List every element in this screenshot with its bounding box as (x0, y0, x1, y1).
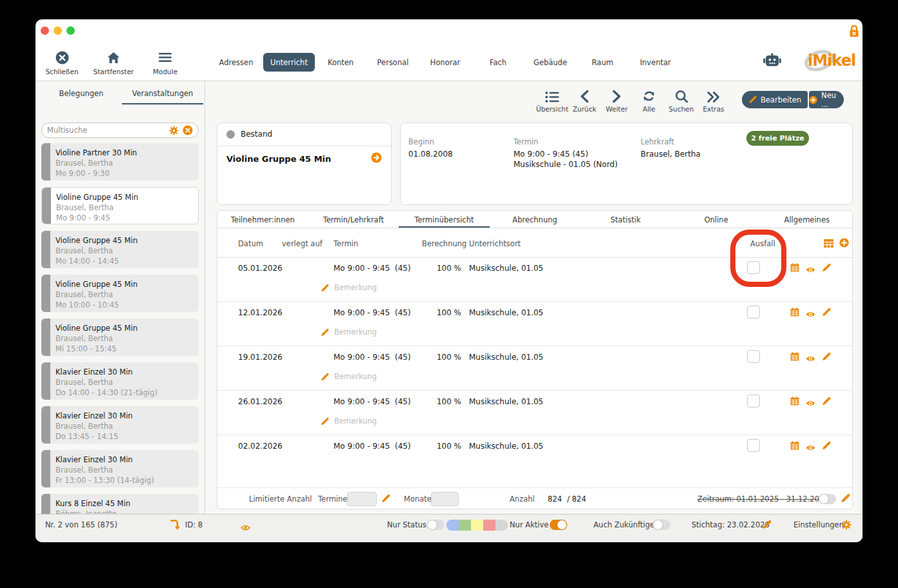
close-traffic-light[interactable] (41, 26, 49, 35)
pencil-icon[interactable] (822, 396, 831, 408)
pencil-icon[interactable] (822, 262, 831, 275)
add-termin-plus-icon[interactable] (839, 238, 849, 250)
zeitraum-toggle[interactable] (819, 494, 836, 504)
list-item[interactable]: Violine Partner 30 Min Brausel, Bertha M… (41, 143, 199, 181)
settings-gear-icon[interactable] (841, 520, 852, 533)
nav-konten[interactable]: Konten (328, 58, 354, 67)
pencil-icon (321, 284, 329, 292)
nav-unterricht[interactable]: Unterricht (263, 53, 315, 72)
panel-divider (217, 146, 391, 146)
status-color-green[interactable] (459, 520, 471, 531)
pencil-icon[interactable] (841, 493, 850, 505)
nav-personal[interactable]: Personal (377, 58, 409, 67)
calendar-icon[interactable] (790, 307, 799, 319)
calendar-icon[interactable] (790, 440, 799, 453)
bemerkung-field[interactable]: Bemerkung (321, 328, 377, 337)
suchen-button[interactable]: Suchen (663, 88, 699, 113)
tab-termin-lehrkraft[interactable]: Termin/Lehrkraft (308, 211, 399, 228)
tab-abrechnung[interactable]: Abrechnung (490, 211, 581, 228)
cell-datum: 26.01.2026 (238, 397, 283, 406)
list-item[interactable]: Klavier Einzel 30 Min Brausel, Bertha Fr… (41, 450, 199, 487)
cell-datum: 02.02.2026 (238, 442, 283, 451)
close-module-button[interactable]: Schließen (36, 49, 88, 75)
neu-button[interactable]: Neu ... (809, 91, 844, 108)
eye-icon[interactable] (806, 397, 815, 409)
eye-icon[interactable] (806, 264, 815, 276)
list-item[interactable]: Violine Gruppe 45 Min Brausel, Bertha Mo… (41, 275, 199, 312)
nav-gebaeude[interactable]: Gebäude (534, 58, 567, 67)
ausfall-checkbox[interactable] (747, 306, 760, 318)
minimize-traffic-light[interactable] (54, 26, 62, 35)
status-color-red[interactable] (483, 520, 495, 531)
ausfall-checkbox[interactable] (747, 439, 760, 452)
auch-zukuenftige-toggle[interactable] (653, 520, 670, 530)
eye-icon[interactable] (806, 353, 815, 365)
nav-raum[interactable]: Raum (592, 58, 613, 67)
bemerkung-field[interactable]: Bemerkung (321, 416, 377, 426)
extras-button[interactable]: Extras (695, 88, 732, 113)
list-item[interactable]: Klavier Einzel 30 Min Brausel, Bertha Do… (41, 362, 199, 400)
pencil-icon[interactable] (822, 351, 831, 364)
lehrkraft-value: Brausel, Bertha (641, 150, 701, 159)
plus-circle-icon (809, 95, 817, 104)
bemerkung-field[interactable]: Bemerkung (321, 283, 377, 292)
uebersicht-button[interactable]: Übersicht (534, 88, 570, 113)
tab-veranstaltungen[interactable]: Veranstaltungen (122, 83, 203, 104)
pencil-icon[interactable] (822, 307, 831, 319)
cell-termin: Mo 9:00 - 9:45 (45) (334, 353, 411, 362)
tab-teilnehmer[interactable]: Teilnehmer:innen (217, 211, 308, 228)
list-item[interactable]: Kurs 8 Einzel 45 Min Böhms, Jeanette (41, 494, 199, 514)
zurueck-button[interactable]: Zurück (566, 88, 603, 113)
nav-adressen[interactable]: Adressen (219, 58, 254, 67)
tab-online[interactable]: Online (671, 211, 762, 228)
monate-input[interactable] (431, 492, 459, 506)
status-color-strip[interactable] (446, 520, 508, 531)
calendar-icon[interactable] (790, 262, 799, 275)
calendar-icon[interactable] (790, 351, 799, 364)
ausfall-checkbox[interactable] (747, 350, 760, 363)
search-settings-gear-icon[interactable] (169, 126, 179, 135)
weiter-button[interactable]: Weiter (599, 88, 635, 113)
startfenster-button[interactable]: Startfenster (88, 49, 139, 75)
list-item-selected[interactable]: Violine Gruppe 45 Min Brausel, Bertha Mo… (41, 187, 199, 224)
calendar-icon[interactable] (790, 396, 799, 408)
tab-statistik[interactable]: Statistik (580, 211, 671, 228)
pencil-icon[interactable] (381, 493, 390, 505)
ausfall-checkbox[interactable] (747, 261, 760, 274)
status-tab (41, 406, 50, 444)
table-grid-icon[interactable] (824, 238, 833, 250)
list-item[interactable]: Klavier Einzel 30 Min Brausel, Bertha Do… (41, 406, 199, 444)
tab-terminuebersicht[interactable]: Terminübersicht (399, 211, 490, 228)
jump-down-arrow-icon[interactable] (170, 519, 180, 533)
tab-belegungen[interactable]: Belegungen (41, 83, 122, 104)
clear-search-icon[interactable] (183, 125, 193, 135)
ausfall-checkbox[interactable] (747, 395, 760, 407)
status-tab (41, 318, 50, 356)
bemerkung-field[interactable]: Bemerkung (321, 372, 377, 381)
eye-icon[interactable] (806, 308, 815, 320)
eye-icon[interactable] (241, 522, 250, 534)
nav-inventar[interactable]: Inventar (640, 58, 671, 67)
status-color-gray[interactable] (495, 520, 508, 531)
cell-unterrichtsort: Musikschule, 01.05 (469, 264, 543, 273)
eye-icon[interactable] (806, 442, 815, 454)
termine-input[interactable] (347, 492, 377, 506)
open-record-arrow-icon[interactable] (371, 152, 382, 166)
list-item[interactable]: Violine Gruppe 45 Min Brausel, Bertha Mo… (41, 231, 199, 268)
nav-fach[interactable]: Fach (490, 58, 506, 67)
robot-icon[interactable] (763, 52, 782, 72)
status-color-blue[interactable] (446, 520, 459, 531)
alle-button[interactable]: Alle (631, 88, 667, 113)
pencil-icon[interactable] (762, 520, 772, 532)
zoom-traffic-light[interactable] (66, 26, 75, 35)
bearbeiten-button[interactable]: Bearbeiten (742, 91, 808, 108)
tab-allgemeines[interactable]: Allgemeines (761, 211, 852, 228)
module-button[interactable]: Module (139, 49, 191, 75)
search-input[interactable] (47, 126, 169, 135)
list-item[interactable]: Violine Gruppe 45 Min Brausel, Bertha Mi… (41, 318, 199, 356)
nav-honorar[interactable]: Honorar (430, 58, 461, 67)
nur-status-toggle[interactable] (427, 520, 444, 530)
pencil-icon[interactable] (822, 440, 831, 453)
nur-aktive-toggle[interactable] (550, 520, 567, 530)
status-color-yellow[interactable] (471, 520, 483, 531)
